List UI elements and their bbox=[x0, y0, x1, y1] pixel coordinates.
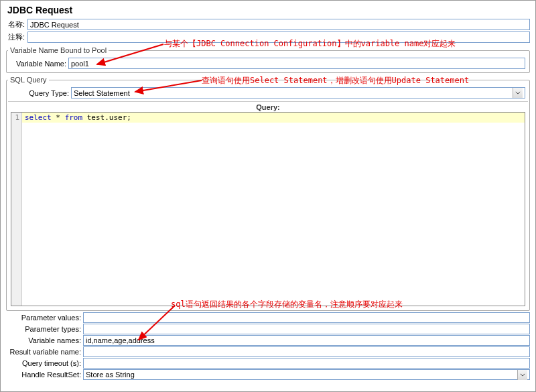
param-types-label: Parameter types: bbox=[6, 325, 83, 333]
query-type-value: Select Statement bbox=[74, 89, 130, 97]
line-number: 1 bbox=[11, 113, 19, 122]
sql-query-group: SQL Query Query Type: Select Statement Q… bbox=[6, 76, 530, 311]
param-values-label: Parameter values: bbox=[6, 314, 83, 322]
pool-legend: Variable Name Bound to Pool bbox=[8, 46, 109, 54]
query-timeout-label: Query timeout (s): bbox=[6, 359, 83, 367]
variable-name-label: Variable Name: bbox=[11, 60, 68, 68]
editor-gutter: 1 bbox=[11, 113, 22, 306]
name-input[interactable] bbox=[27, 19, 530, 30]
handle-resultset-select[interactable]: Store as String bbox=[83, 369, 530, 380]
name-label: 名称: bbox=[6, 19, 27, 29]
chevron-down-icon bbox=[517, 370, 527, 380]
code-line: select * from test.user; bbox=[22, 113, 525, 123]
variable-names-input[interactable] bbox=[83, 335, 530, 346]
sql-editor[interactable]: 1 select * from test.user; bbox=[11, 112, 525, 306]
result-var-input[interactable] bbox=[83, 346, 530, 357]
result-var-label: Result variable name: bbox=[6, 348, 83, 356]
param-types-input[interactable] bbox=[83, 324, 530, 334]
query-type-select[interactable]: Select Statement bbox=[71, 87, 525, 99]
param-values-input[interactable] bbox=[83, 312, 530, 323]
pool-group: Variable Name Bound to Pool Variable Nam… bbox=[6, 46, 530, 73]
sql-legend: SQL Query bbox=[8, 76, 49, 84]
comment-input[interactable] bbox=[27, 31, 530, 43]
handle-resultset-label: Handle ResultSet: bbox=[6, 371, 83, 379]
chevron-down-icon bbox=[513, 88, 523, 98]
query-header: Query: bbox=[8, 101, 528, 111]
variable-names-label: Variable names: bbox=[6, 336, 83, 344]
footer-fields: Parameter values: Parameter types: Varia… bbox=[6, 312, 530, 380]
comment-label: 注释: bbox=[6, 32, 27, 42]
page-title: JDBC Request bbox=[1, 1, 535, 18]
editor-code[interactable]: select * from test.user; bbox=[22, 113, 525, 306]
query-type-label: Query Type: bbox=[11, 89, 71, 97]
variable-name-input[interactable] bbox=[68, 58, 525, 69]
handle-resultset-value: Store as String bbox=[86, 371, 135, 379]
query-timeout-input[interactable] bbox=[83, 358, 530, 369]
